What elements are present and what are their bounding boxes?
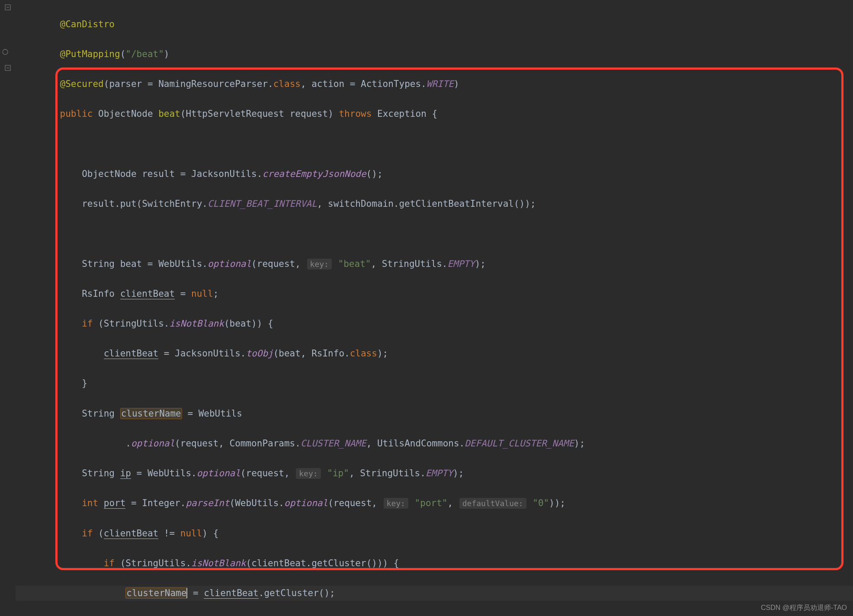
editor-gutter (0, 0, 16, 616)
param-hint: key: (296, 468, 321, 479)
code-line: if (clientBeat != null) { (16, 526, 853, 541)
code-line (16, 137, 853, 152)
code-line: ObjectNode result = JacksonUtils.createE… (16, 167, 853, 182)
code-editor[interactable]: @CanDistro @PutMapping("/beat") @Secured… (16, 0, 853, 616)
svg-point-2 (3, 49, 8, 55)
code-line: String clusterName = WebUtils (16, 406, 853, 421)
code-line: .optional(request, CommonParams.CLUSTER_… (16, 436, 853, 451)
code-line: RsInfo clientBeat = null; (16, 286, 853, 302)
param-hint: defaultValue: (459, 498, 526, 509)
code-line: if (StringUtils.isNotBlank(beat)) { (16, 316, 853, 331)
collapse-icon[interactable] (4, 4, 11, 11)
code-line: String ip = WebUtils.optional(request, k… (16, 466, 853, 481)
code-line: clientBeat = JacksonUtils.toObj(beat, Rs… (16, 346, 853, 361)
code-line (16, 226, 853, 241)
code-line-current: clusterName = clientBeat.getCluster(); (16, 586, 853, 601)
param-hint: key: (307, 259, 332, 270)
code-line: } (16, 376, 853, 391)
code-line: @Secured(parser = NamingResourceParser.c… (16, 77, 853, 92)
variable-highlight: clusterName (125, 587, 187, 599)
code-line: @PutMapping("/beat") (16, 47, 853, 62)
override-icon[interactable] (2, 48, 9, 55)
code-line: public ObjectNode beat(HttpServletReques… (16, 106, 853, 122)
watermark-text: CSDN @程序员劝退师-TAO (761, 602, 847, 613)
collapse-icon[interactable] (4, 64, 11, 71)
code-line: result.put(SwitchEntry.CLIENT_BEAT_INTER… (16, 196, 853, 212)
code-line: int port = Integer.parseInt(WebUtils.opt… (16, 496, 853, 511)
code-line: String beat = WebUtils.optional(request,… (16, 257, 853, 272)
param-hint: key: (384, 498, 408, 509)
code-line: if (StringUtils.isNotBlank(clientBeat.ge… (16, 556, 853, 571)
code-line: @CanDistro (16, 17, 853, 32)
